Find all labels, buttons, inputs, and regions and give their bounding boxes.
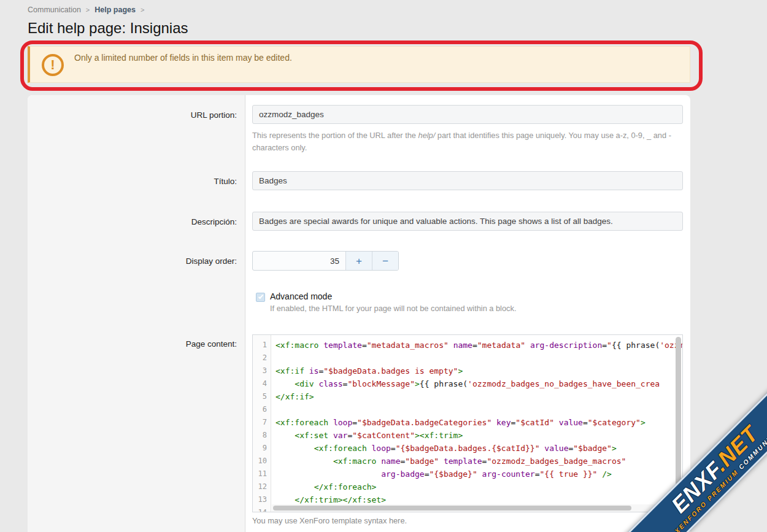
page-title: Edit help page: Insignias bbox=[28, 20, 188, 37]
breadcrumb-separator-icon: > bbox=[86, 6, 90, 13]
checkmark-icon bbox=[258, 294, 263, 299]
line-number: 10 bbox=[253, 455, 271, 468]
advanced-mode-label[interactable]: Advanced mode bbox=[270, 291, 332, 301]
code-line: </xf:if> bbox=[276, 390, 682, 403]
titulo-input[interactable] bbox=[252, 171, 683, 190]
code-line: <xf:set var="$catContent"><xf:trim> bbox=[276, 429, 682, 442]
watermark-title-orange: .NET bbox=[707, 420, 763, 476]
page-content-footer-hint: You may use XenForo template syntax here… bbox=[252, 516, 407, 525]
breadcrumb-item[interactable]: Communication bbox=[28, 6, 81, 14]
descripcion-input[interactable] bbox=[252, 212, 683, 231]
line-number: 11 bbox=[253, 468, 271, 480]
page-content-code-editor[interactable]: 1234567891011121314 <xf:macro template="… bbox=[252, 334, 683, 512]
limited-edit-notice: ! Only a limited number of fields in thi… bbox=[28, 46, 690, 83]
line-number: 4 bbox=[253, 377, 271, 390]
line-number: 6 bbox=[253, 403, 271, 416]
code-line: <xf:foreach loop="$badgeData.badgeCatego… bbox=[276, 416, 682, 429]
code-line: <xf:macro name="badge" template="ozzmodz… bbox=[276, 455, 682, 468]
breadcrumb-item[interactable]: Help pages bbox=[94, 6, 136, 14]
url-portion-hint: This represents the portion of the URL a… bbox=[252, 129, 683, 154]
editor-horizontal-scrollbar bbox=[272, 504, 682, 512]
increment-button[interactable]: + bbox=[345, 252, 372, 270]
exclamation-circle-icon: ! bbox=[42, 54, 64, 76]
code-line: <xf:macro template="metadata_macros" nam… bbox=[276, 339, 682, 352]
code-line bbox=[276, 403, 682, 416]
code-line: <xf:if is="$badgeData.badges is empty"> bbox=[276, 364, 682, 377]
notice-text: Only a limited number of fields in this … bbox=[74, 53, 292, 63]
line-number: 2 bbox=[253, 352, 271, 364]
advanced-mode-hint: If enabled, the HTML for your page will … bbox=[270, 304, 516, 313]
vertical-scrollbar-thumb[interactable] bbox=[676, 337, 681, 485]
decrement-button[interactable]: − bbox=[372, 252, 398, 270]
line-number: 5 bbox=[253, 390, 271, 403]
line-number: 9 bbox=[253, 442, 271, 455]
url-portion-input[interactable] bbox=[252, 105, 683, 124]
display-order-label: Display order: bbox=[28, 256, 237, 266]
url-portion-label: URL portion: bbox=[28, 110, 237, 120]
descripcion-label: Descripción: bbox=[28, 217, 237, 226]
line-number: 1 bbox=[253, 339, 271, 352]
line-number: 3 bbox=[253, 364, 271, 377]
line-number: 8 bbox=[253, 429, 271, 442]
display-order-stepper: + − bbox=[252, 251, 399, 271]
code-line bbox=[276, 352, 682, 364]
url-hint-before: This represents the portion of the URL a… bbox=[252, 131, 418, 140]
code-lines: <xf:macro template="metadata_macros" nam… bbox=[272, 335, 682, 512]
code-line: </xf:foreach> bbox=[276, 480, 682, 493]
breadcrumb: Communication>Help pages> bbox=[28, 6, 149, 14]
edit-help-page-form: URL portion: This represents the portion… bbox=[28, 95, 690, 532]
horizontal-scrollbar-thumb[interactable] bbox=[273, 506, 631, 511]
line-number: 12 bbox=[253, 480, 271, 493]
display-order-input[interactable] bbox=[253, 252, 345, 270]
page-content-label: Page content: bbox=[28, 339, 237, 349]
code-line: <div class="blockMessage">{{ phrase('ozz… bbox=[276, 377, 682, 390]
line-number: 7 bbox=[253, 416, 271, 429]
titulo-label: Título: bbox=[28, 177, 237, 186]
form-label-column bbox=[28, 95, 245, 532]
line-number: 13 bbox=[253, 493, 271, 506]
code-line: arg-badge="{$badge}" arg-counter="{{ tru… bbox=[276, 468, 682, 480]
watermark-subtitle-white: COMMUNITY bbox=[737, 428, 767, 471]
advanced-mode-checkbox[interactable] bbox=[256, 293, 265, 302]
breadcrumb-separator-icon: > bbox=[141, 6, 144, 13]
editor-line-number-gutter: 1234567891011121314 bbox=[253, 335, 271, 512]
line-number: 14 bbox=[253, 506, 271, 512]
url-hint-italic: help/ bbox=[418, 131, 436, 140]
code-line: <xf:foreach loop="{$badgeData.badges.{$c… bbox=[276, 442, 682, 455]
